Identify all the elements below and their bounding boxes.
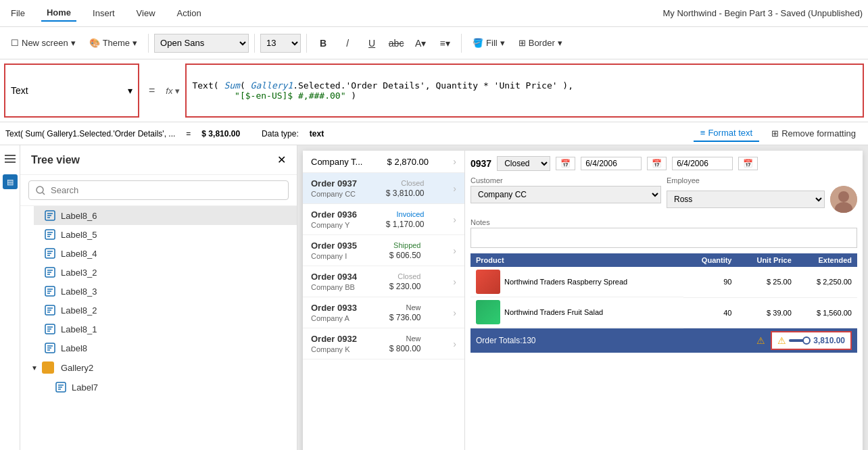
font-select[interactable]: Open Sans Arial Segoe UI bbox=[154, 34, 249, 53]
order-0935-chevron: › bbox=[453, 245, 456, 256]
fx-chevron: ▾ bbox=[175, 86, 180, 96]
sidebar-item-label8-4[interactable]: Label8_4 bbox=[34, 244, 297, 263]
fill-button[interactable]: 🪣 Fill ▾ bbox=[467, 35, 510, 51]
label3-2-text: Label3_2 bbox=[61, 268, 97, 278]
label-icon bbox=[45, 324, 55, 334]
font-size-select[interactable]: 13 10 12 14 16 18 bbox=[260, 34, 301, 53]
product-row-2[interactable]: Northwind Traders Fruit Salad 40 $ 39.00… bbox=[471, 297, 857, 328]
border-button[interactable]: ⊞ Border ▾ bbox=[513, 35, 568, 51]
order-0934-amount: $ 230.00 bbox=[389, 282, 421, 291]
product-row-1[interactable]: Northwind Traders Raspberry Spread 90 $ … bbox=[471, 267, 857, 297]
menu-insert[interactable]: Insert bbox=[87, 5, 120, 21]
product-2-qty: 40 bbox=[683, 297, 738, 328]
sidebar-title-text: Tree view bbox=[31, 154, 80, 166]
order-totals-row: Order Totals: 130 ⚠ ⚠ 3,810.00 bbox=[471, 328, 857, 353]
order-0936-amount: $ 1,170.00 bbox=[386, 220, 425, 229]
hamburger-button[interactable] bbox=[2, 151, 18, 169]
slider-thumb[interactable] bbox=[802, 336, 811, 345]
sidebar-item-label8-6[interactable]: Label8_6 bbox=[34, 206, 297, 225]
sidebar-item-label8[interactable]: Label8 bbox=[34, 339, 297, 357]
border-icon: ⊞ bbox=[519, 38, 526, 48]
underline-button[interactable]: U bbox=[361, 34, 383, 53]
align-button[interactable]: ≡▾ bbox=[434, 34, 456, 53]
order-item-0937[interactable]: Order 0937 Company CC Closed $ 3,810.00 … bbox=[303, 173, 464, 204]
order-item-0935[interactable]: Order 0935 Company I Shipped $ 606.50 › bbox=[303, 235, 464, 266]
product-2-name-cell: Northwind Traders Fruit Salad bbox=[471, 297, 683, 328]
sidebar-item-label7[interactable]: Label7 bbox=[20, 378, 297, 397]
order-0936-status: Invoiced bbox=[397, 210, 425, 218]
layers-button[interactable]: ▤ bbox=[3, 174, 18, 189]
svg-line-4 bbox=[43, 193, 45, 195]
date3-calendar-button[interactable]: 📅 bbox=[738, 157, 758, 170]
product-2-price: $ 39.00 bbox=[737, 297, 796, 328]
menu-file[interactable]: File bbox=[5, 5, 30, 21]
gallery2-icon bbox=[42, 361, 54, 374]
theme-chevron-icon: ▾ bbox=[132, 38, 137, 48]
order-item-0936[interactable]: Order 0936 Company Y Invoiced $ 1,170.00… bbox=[303, 204, 464, 235]
left-panel-toggle: ▤ bbox=[0, 145, 20, 450]
sidebar-item-label3-2[interactable]: Label3_2 bbox=[34, 263, 297, 282]
employee-avatar bbox=[830, 186, 857, 213]
order-top-chevron: › bbox=[453, 156, 456, 167]
strikethrough-button[interactable]: abc bbox=[385, 34, 407, 53]
order-item-0933[interactable]: Order 0933 Company A New $ 736.00 › bbox=[303, 297, 464, 328]
detail-header: 0937 Closed Shipped Invoiced New 📅 📅 📅 bbox=[471, 156, 857, 171]
date2-calendar-button[interactable]: 📅 bbox=[647, 157, 667, 170]
label8-1-text: Label8_1 bbox=[61, 324, 97, 334]
date1-input[interactable] bbox=[581, 157, 642, 170]
order-item-top[interactable]: Company T... $ 2,870.00 › bbox=[303, 151, 464, 173]
text-color-button[interactable]: A▾ bbox=[410, 34, 431, 53]
search-input[interactable] bbox=[51, 185, 281, 195]
employee-select[interactable]: Ross bbox=[667, 191, 825, 208]
label-icon bbox=[55, 382, 66, 393]
slider-track[interactable] bbox=[789, 339, 811, 342]
date2-input[interactable] bbox=[672, 157, 733, 170]
order-0935-status: Shipped bbox=[393, 241, 420, 249]
format-text-button[interactable]: ≡ Format text bbox=[694, 125, 759, 142]
fill-label: Fill bbox=[486, 38, 498, 48]
sidebar-item-label8-5[interactable]: Label8_5 bbox=[34, 225, 297, 244]
sidebar-item-gallery2[interactable]: ▼ Gallery2 bbox=[20, 357, 297, 378]
svg-point-3 bbox=[37, 186, 43, 193]
close-sidebar-button[interactable]: ✕ bbox=[277, 153, 286, 166]
label8-text: Label8 bbox=[61, 343, 87, 353]
formula-text: Text( Sum( Gallery1.Selected.'Order Deta… bbox=[192, 80, 573, 101]
slider-fill bbox=[789, 339, 804, 342]
order-0934-chevron: › bbox=[453, 276, 456, 287]
sidebar-item-label8-3[interactable]: Label8_3 bbox=[34, 282, 297, 301]
customer-field: Customer Company CC bbox=[471, 176, 661, 213]
new-screen-button[interactable]: ☐ New screen ▾ bbox=[5, 35, 81, 51]
main-layout: ▤ Tree view ✕ Label8_6 bbox=[0, 145, 868, 450]
menu-action[interactable]: Action bbox=[172, 5, 207, 21]
formula-result-expression: Text( Sum( Gallery1.Selected.'Order Deta… bbox=[5, 129, 175, 139]
status-calendar-button[interactable]: 📅 bbox=[556, 157, 575, 170]
employee-field: Employee Ross bbox=[667, 176, 857, 213]
bold-button[interactable]: B bbox=[312, 34, 334, 53]
app-preview: Company T... $ 2,870.00 › Order 0937 Com… bbox=[303, 151, 863, 450]
label8-5-text: Label8_5 bbox=[61, 230, 97, 240]
remove-formatting-button[interactable]: ⊞ Remove formatting bbox=[765, 126, 863, 141]
theme-button[interactable]: 🎨 Theme ▾ bbox=[84, 35, 143, 51]
sidebar-item-label8-1[interactable]: Label8_1 bbox=[34, 320, 297, 339]
customer-select[interactable]: Company CC bbox=[471, 186, 661, 203]
menu-view[interactable]: View bbox=[131, 5, 161, 21]
order-0933-chevron: › bbox=[453, 307, 456, 318]
data-type-label: Data type: bbox=[262, 129, 299, 139]
name-box[interactable]: Text ▾ bbox=[4, 64, 139, 118]
order-0935-company: Company I bbox=[311, 252, 357, 260]
underline-icon: U bbox=[368, 38, 375, 49]
order-item-0932[interactable]: Order 0932 Company K New $ 800.00 › bbox=[303, 328, 464, 359]
order-0937-chevron: › bbox=[453, 183, 456, 194]
order-0937-number: Order 0937 bbox=[311, 178, 357, 189]
status-select[interactable]: Closed Shipped Invoiced New bbox=[497, 156, 550, 171]
sidebar-item-label8-2[interactable]: Label8_2 bbox=[34, 301, 297, 320]
menu-home[interactable]: Home bbox=[41, 5, 76, 22]
notes-input[interactable] bbox=[471, 228, 857, 248]
order-item-0934[interactable]: Order 0934 Company BB Closed $ 230.00 › bbox=[303, 266, 464, 297]
formula-input[interactable]: Text( Sum( Gallery1.Selected.'Order Deta… bbox=[185, 64, 864, 118]
svg-rect-1 bbox=[5, 158, 16, 159]
slider-widget[interactable]: ⚠ 3,810.00 bbox=[771, 331, 852, 350]
svg-rect-0 bbox=[5, 155, 16, 156]
text-color-icon: A bbox=[415, 38, 421, 49]
italic-button[interactable]: / bbox=[337, 34, 358, 53]
